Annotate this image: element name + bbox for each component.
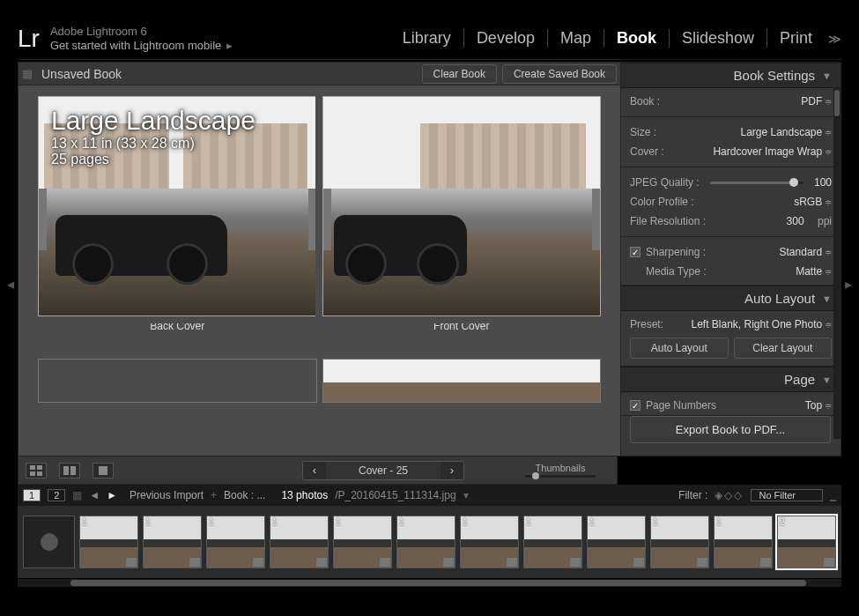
monitor-1-button[interactable]: 1 xyxy=(23,489,41,501)
page-numbers-label: Page Numbers xyxy=(646,399,716,412)
mid-toolbar: ‹ Cover - 25 › Thumbnails xyxy=(18,456,618,485)
page-nav: ‹ Cover - 25 › xyxy=(302,461,464,480)
front-cover-label: Front Cover xyxy=(322,320,602,332)
view-multi-button[interactable] xyxy=(26,463,47,479)
module-slideshow[interactable]: Slideshow xyxy=(669,29,766,48)
right-panel-scrollbar[interactable] xyxy=(833,88,840,439)
nav-back-arrow[interactable]: ◄ xyxy=(89,489,100,501)
filmstrip-thumb[interactable]: 1 xyxy=(396,516,455,568)
file-resolution-label: File Resolution : xyxy=(630,215,706,227)
book-info-overlay: Large Landscape 13 x 11 in (33 x 28 cm) … xyxy=(51,106,255,167)
back-cover-page[interactable]: Large Landscape 13 x 11 in (33 x 28 cm) … xyxy=(38,96,317,316)
front-cover-page[interactable] xyxy=(322,96,602,316)
module-book[interactable]: Book xyxy=(604,29,669,48)
right-panel-handle[interactable]: ▸ xyxy=(841,273,855,294)
preset-label: Preset: xyxy=(630,318,663,330)
filmstrip-thumb[interactable]: 1 xyxy=(79,516,138,568)
auto-layout-button[interactable]: Auto Layout xyxy=(630,338,729,359)
page-panel-header[interactable]: Page▼ xyxy=(621,367,840,392)
clear-layout-button[interactable]: Clear Layout xyxy=(734,338,833,359)
svg-rect-6 xyxy=(99,466,107,475)
filmstrip-nav-thumb[interactable] xyxy=(23,516,75,568)
left-panel-handle[interactable]: ◂ xyxy=(4,273,18,294)
filmstrip-thumb[interactable]: 1 xyxy=(270,516,329,568)
svg-rect-2 xyxy=(30,471,35,476)
media-type-label: Media Type : xyxy=(646,265,706,278)
thumbnails-size-slider[interactable] xyxy=(525,475,596,478)
filmstrip-thumb[interactable]: 1 xyxy=(143,516,202,568)
filmstrip-scrollbar[interactable] xyxy=(18,578,841,587)
back-cover-label: Back Cover xyxy=(38,320,317,332)
svg-rect-0 xyxy=(30,465,35,470)
book-type-dropdown[interactable]: PDF xyxy=(801,95,832,108)
page-1[interactable] xyxy=(38,359,317,403)
color-profile-label: Color Profile : xyxy=(630,196,694,208)
svg-rect-4 xyxy=(63,466,69,475)
filmstrip-thumb[interactable]: 2 xyxy=(777,516,836,568)
document-title: Unsaved Book xyxy=(41,67,122,81)
create-saved-book-button[interactable]: Create Saved Book xyxy=(502,64,617,84)
filmstrip-thumb[interactable]: 1 xyxy=(650,516,709,568)
filmstrip-thumb[interactable]: 1 xyxy=(587,516,646,568)
filmstrip-thumb[interactable]: 1 xyxy=(523,516,582,568)
sharpening-dropdown[interactable]: Standard xyxy=(780,246,832,258)
page-numbers-dropdown[interactable]: Top xyxy=(805,399,832,412)
page-numbers-checkbox[interactable]: ✓ xyxy=(630,400,641,411)
nav-fwd-arrow[interactable]: ► xyxy=(107,489,117,501)
auto-layout-header[interactable]: Auto Layout▼ xyxy=(621,286,840,311)
main-canvas: ▦ Unsaved Book Clear Book Create Saved B… xyxy=(18,62,621,456)
source-label[interactable]: Previous Import xyxy=(130,489,204,501)
filter-lock-icon[interactable]: ⎯ xyxy=(830,489,836,501)
jpeg-quality-slider[interactable] xyxy=(710,182,803,184)
mobile-cta[interactable]: Get started with Lightroom mobile▸ xyxy=(50,39,233,52)
svg-rect-5 xyxy=(70,466,76,475)
book-settings-header[interactable]: Book Settings▼ xyxy=(621,63,840,88)
top-bar: Lr Adobe Lightroom 6 Get started with Li… xyxy=(18,18,841,60)
nav-next-button[interactable]: › xyxy=(441,462,463,479)
media-type-dropdown[interactable]: Matte xyxy=(796,265,832,278)
filmstrip-thumb[interactable]: 1 xyxy=(460,516,519,568)
svg-rect-3 xyxy=(37,471,42,476)
filmstrip-thumb[interactable]: 1 xyxy=(206,516,265,568)
view-single-button[interactable] xyxy=(93,463,114,479)
module-print[interactable]: Print xyxy=(766,29,825,48)
export-book-button[interactable]: Export Book to PDF... xyxy=(630,416,831,443)
module-library[interactable]: Library xyxy=(390,29,463,48)
view-spread-button[interactable] xyxy=(59,463,80,479)
cover-dropdown[interactable]: Hardcover Image Wrap xyxy=(713,145,832,158)
panel-toggle-icon[interactable]: ▦ xyxy=(22,67,41,80)
clear-book-button[interactable]: Clear Book xyxy=(422,64,497,84)
monitor-2-button[interactable]: 2 xyxy=(48,489,65,501)
filmstrip-thumb[interactable]: 1 xyxy=(714,516,773,568)
app-logo: Lr xyxy=(18,26,40,51)
size-dropdown[interactable]: Large Landscape xyxy=(740,126,832,138)
book-source-label[interactable]: Book : ... xyxy=(224,489,265,501)
color-profile-dropdown[interactable]: sRGB xyxy=(794,196,832,208)
filter-flags[interactable]: ◈◇◇ xyxy=(715,489,744,501)
preset-dropdown[interactable]: Left Blank, Right One Photo xyxy=(691,318,832,330)
filmstrip: 111111111112 xyxy=(18,506,841,578)
file-resolution-value[interactable]: 300 xyxy=(787,215,804,227)
sharpening-checkbox[interactable]: ✓ xyxy=(630,247,641,257)
svg-rect-1 xyxy=(37,465,42,470)
filter-dropdown[interactable]: No Filter xyxy=(751,489,823,501)
filmstrip-thumb[interactable]: 1 xyxy=(333,516,392,568)
filter-label: Filter : xyxy=(678,489,707,501)
page-2[interactable] xyxy=(322,359,602,403)
module-develop[interactable]: Develop xyxy=(463,29,547,48)
nav-label: Cover - 25 xyxy=(326,462,441,479)
nav-prev-button[interactable]: ‹ xyxy=(303,462,326,479)
ppi-unit: ppi xyxy=(818,215,832,227)
photo-path: /P_20160415_111314.jpg xyxy=(335,489,455,501)
thumbnails-label: Thumbnails xyxy=(536,463,586,473)
right-panel: Book Settings▼ Book :PDF Size :Large Lan… xyxy=(621,62,841,456)
book-label: Book : xyxy=(630,95,660,108)
module-picker: Library Develop Map Book Slideshow Print… xyxy=(390,29,841,48)
module-map[interactable]: Map xyxy=(547,29,604,48)
module-overflow-icon[interactable]: ≫ xyxy=(828,32,841,46)
jpeg-quality-label: JPEG Quality : xyxy=(630,176,700,189)
filmstrip-header: 1 2 ▦ ◄ ► Previous Import + Book : ... 1… xyxy=(18,485,841,506)
size-label: Size : xyxy=(630,126,656,138)
product-name: Adobe Lightroom 6 xyxy=(50,25,233,38)
jpeg-quality-value: 100 xyxy=(814,176,832,189)
